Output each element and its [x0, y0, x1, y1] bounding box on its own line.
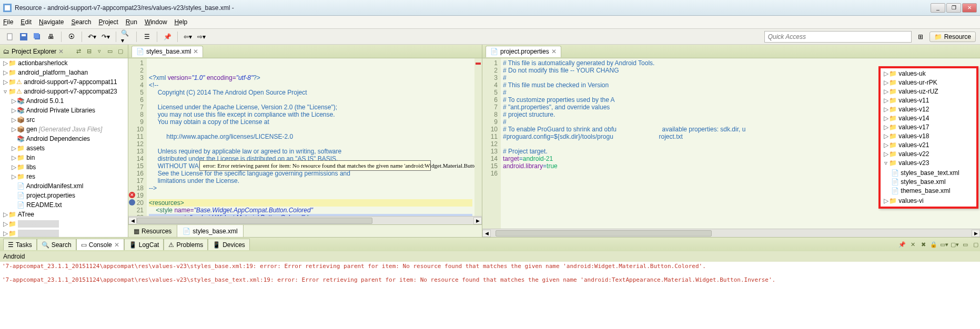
tree-item[interactable]: ▷📁 res [11, 172, 128, 181]
tree-item[interactable]: ▷📁 bin [11, 153, 128, 162]
menu-help[interactable]: Help [175, 18, 188, 26]
bottom-tab-console[interactable]: ▭Console ✕ [76, 239, 124, 250]
nav-forward-button[interactable]: ⇨▾ [196, 31, 207, 43]
console-output[interactable]: '7-appcompat_23.1.1_20151124\appcompat\r… [0, 262, 980, 329]
tree-item[interactable]: ▷📁 values-v22 [883, 150, 974, 159]
nav-back-button[interactable]: ⇦▾ [182, 31, 194, 43]
maximize-pane-icon[interactable]: ▢ [972, 240, 980, 249]
tree-item[interactable]: 📄 project.properties [11, 191, 128, 200]
open-perspective-button[interactable]: ⊞ [915, 31, 926, 43]
tree-item[interactable]: 📄 styles_base_text.xml [885, 169, 972, 178]
bottom-tab-problems[interactable]: ⚠Problems [164, 239, 208, 250]
editor-right-body[interactable]: 12345678910111213141516 # This file is a… [482, 58, 980, 229]
close-tab-icon[interactable]: ✕ [551, 48, 557, 55]
close-tab-icon[interactable]: ✕ [193, 48, 198, 55]
tree-item[interactable]: ▷📁 values-uz-rUZ [883, 87, 974, 96]
forward-dropdown[interactable]: ↷▾ [100, 31, 112, 43]
tree-item[interactable]: ▷📁 libs [11, 162, 128, 172]
tree-item[interactable]: ▷📁 assets [11, 143, 128, 153]
perspective-resource[interactable]: 📁 Resource [930, 32, 976, 42]
scroll-right-icon[interactable]: ▶ [473, 217, 482, 224]
tree-item[interactable]: ▷📁 values-v17 [883, 123, 974, 132]
tree-item[interactable]: ▿📁 values-v23 [883, 159, 974, 168]
link-editor-icon[interactable]: ⇄ [74, 47, 83, 56]
tree-item[interactable]: 📄 styles_base.xml [885, 178, 972, 187]
minimize-button[interactable]: _ [931, 3, 945, 13]
tree-item[interactable]: ▷📁 values-v11 [883, 96, 974, 105]
tree-item[interactable]: ▷📚 Android 5.0.1 [11, 96, 128, 106]
tree-item[interactable]: ▷📁 values-uk [883, 69, 974, 78]
console-remove-icon[interactable]: ✕ [908, 240, 917, 249]
tree-item[interactable]: ▿📁⚠ android-support-v7-appcompat23 [2, 87, 128, 96]
quick-access-input[interactable] [764, 31, 912, 43]
menu-window[interactable]: Window [145, 18, 167, 26]
bottom-panel: ☰Tasks🔍Search▭Console ✕📱LogCat⚠Problems📱… [0, 237, 980, 329]
menu-run[interactable]: Run [126, 18, 137, 26]
tree-item[interactable]: ▷📁 ATree [2, 210, 128, 219]
console-pin-icon[interactable]: 📌 [898, 240, 906, 249]
tree-item[interactable]: ▷📚 Android Private Libraries [11, 106, 128, 115]
maximize-button[interactable]: ❐ [946, 3, 961, 13]
design-tab-resources[interactable]: ▦ Resources [128, 225, 177, 237]
editor-left-bottom-tabs: ▦ Resources 📄 styles_base.xml [128, 224, 482, 237]
tab-close-icon[interactable]: ✕ [58, 48, 64, 55]
new-button[interactable] [4, 31, 16, 43]
editor-left-body[interactable]: 123456789101112131415161718✕19202122 <?x… [128, 58, 482, 216]
editor-tab-project-properties[interactable]: 📄 project.properties ✕ [486, 46, 561, 57]
console-select-icon[interactable]: ▭▾ [940, 240, 948, 249]
tree-item[interactable]: ▷📁 values-v12 [883, 105, 974, 114]
tree-item[interactable]: ▷📁 values-v14 [883, 114, 974, 123]
tree-item[interactable]: ▷📁 values-ur-rPK [883, 78, 974, 87]
skip-breakpoints-button[interactable]: ⦿ [66, 31, 77, 43]
tree-item[interactable]: ▷📁 actionbarsherlock [2, 58, 128, 68]
menu-file[interactable]: File [3, 18, 13, 26]
tree-item[interactable]: ▷📁⚠ android-support-v7-appcompat11 [2, 77, 128, 87]
minimize-pane-icon[interactable]: ▭ [961, 240, 969, 249]
design-tab-source[interactable]: 📄 styles_base.xml [177, 225, 243, 237]
tree-item[interactable]: ▷📁 android_platform_laohan [2, 68, 128, 77]
maximize-pane-icon[interactable]: ▢ [116, 47, 125, 56]
editor-tab-styles-base[interactable]: 📄 styles_base.xml ✕ [132, 46, 203, 57]
tree-item[interactable]: ▷📁 values-v18 [883, 132, 974, 141]
tree-item[interactable]: ▷📁 values-v21 [883, 141, 974, 150]
editor-right-hscroll[interactable]: ◀ ▶ [482, 229, 980, 237]
bottom-tab-tasks[interactable]: ☰Tasks [3, 239, 37, 250]
outline-button[interactable]: ☰ [141, 31, 153, 43]
bottom-tab-devices[interactable]: 📱Devices [208, 239, 250, 250]
overview-ruler[interactable] [474, 58, 482, 216]
project-tree[interactable]: ▷📁 actionbarsherlock ▷📁 android_platform… [0, 58, 128, 237]
console-open-icon[interactable]: ▢▾ [951, 240, 959, 249]
minimize-pane-icon[interactable]: ▭ [106, 47, 114, 56]
tree-item[interactable]: ▷📦 src [11, 115, 128, 125]
menu-navigate[interactable]: Navigate [39, 18, 64, 26]
tree-item[interactable]: 📚 Android Dependencies [11, 134, 128, 143]
menu-search[interactable]: Search [71, 18, 91, 26]
view-menu-icon[interactable]: ▿ [95, 47, 104, 56]
collapse-all-icon[interactable]: ⊟ [85, 47, 93, 56]
close-tab-icon[interactable]: ✕ [114, 241, 119, 249]
save-button[interactable] [18, 31, 29, 43]
editor-left-hscroll[interactable]: ◀ ▶ [128, 216, 482, 224]
menu-edit[interactable]: Edit [21, 18, 32, 26]
tree-item[interactable]: ▷📦 gen [Generated Java Files] [11, 125, 128, 134]
scroll-right-icon[interactable]: ▶ [972, 230, 980, 237]
tree-item[interactable]: 📄 AndroidManifest.xml [11, 181, 128, 191]
back-dropdown[interactable]: ↶▾ [86, 31, 98, 43]
console-remove-all-icon[interactable]: ✖ [919, 240, 927, 249]
scroll-left-icon[interactable]: ◀ [482, 230, 491, 237]
print-button[interactable]: 🖶 [45, 31, 57, 43]
tree-item[interactable]: ▷📁 values-vi [883, 197, 974, 205]
menu-project[interactable]: Project [98, 18, 118, 26]
tree-item[interactable]: 📄 README.txt [11, 200, 128, 210]
pin-button[interactable]: 📌 [161, 31, 173, 43]
tree-item[interactable]: 📄 themes_base.xml [885, 187, 972, 196]
search-dropdown[interactable]: 🔍▾ [120, 31, 132, 43]
bottom-tab-search[interactable]: 🔍Search [37, 239, 76, 250]
scroll-left-icon[interactable]: ◀ [128, 217, 137, 224]
console-lock-icon[interactable]: 🔒 [930, 240, 938, 249]
save-all-button[interactable] [32, 31, 43, 43]
bottom-tab-logcat[interactable]: 📱LogCat [124, 239, 164, 250]
close-button[interactable]: ✕ [962, 3, 977, 13]
editor-left-code[interactable]: <?xml version="1.0" encoding="utf-8"?><!… [147, 58, 474, 216]
tree-popup-values-folders[interactable]: ▷📁 values-uk ▷📁 values-ur-rPK ▷📁 values-… [878, 66, 978, 209]
